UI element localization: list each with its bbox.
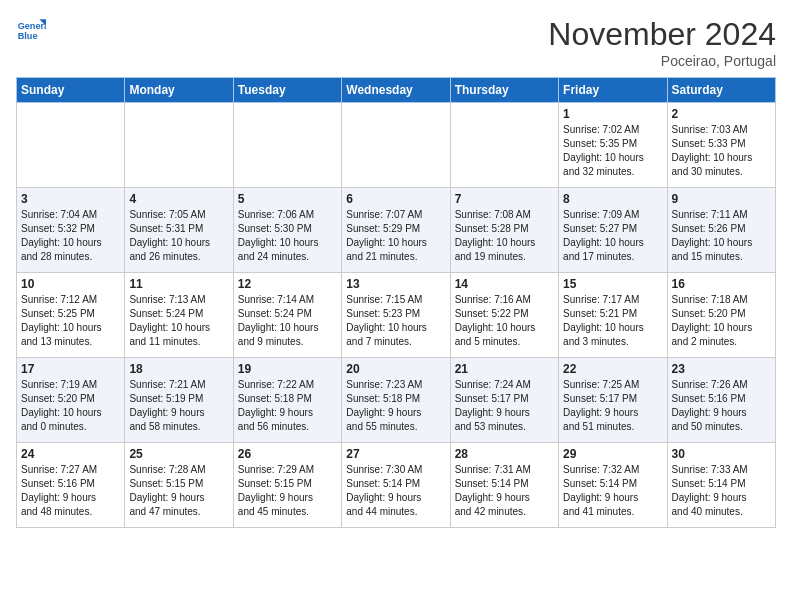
day-number: 2 [672,107,771,121]
day-number: 27 [346,447,445,461]
calendar-cell: 25Sunrise: 7:28 AM Sunset: 5:15 PM Dayli… [125,443,233,528]
calendar-cell: 26Sunrise: 7:29 AM Sunset: 5:15 PM Dayli… [233,443,341,528]
svg-text:General: General [18,21,46,31]
day-info: Sunrise: 7:30 AM Sunset: 5:14 PM Dayligh… [346,463,445,519]
calendar-cell [17,103,125,188]
day-info: Sunrise: 7:11 AM Sunset: 5:26 PM Dayligh… [672,208,771,264]
calendar-cell: 9Sunrise: 7:11 AM Sunset: 5:26 PM Daylig… [667,188,775,273]
calendar-cell: 10Sunrise: 7:12 AM Sunset: 5:25 PM Dayli… [17,273,125,358]
day-number: 21 [455,362,554,376]
calendar-cell: 23Sunrise: 7:26 AM Sunset: 5:16 PM Dayli… [667,358,775,443]
day-info: Sunrise: 7:12 AM Sunset: 5:25 PM Dayligh… [21,293,120,349]
day-number: 13 [346,277,445,291]
day-number: 24 [21,447,120,461]
calendar-cell [233,103,341,188]
calendar-cell: 3Sunrise: 7:04 AM Sunset: 5:32 PM Daylig… [17,188,125,273]
calendar-cell: 6Sunrise: 7:07 AM Sunset: 5:29 PM Daylig… [342,188,450,273]
day-info: Sunrise: 7:07 AM Sunset: 5:29 PM Dayligh… [346,208,445,264]
day-info: Sunrise: 7:19 AM Sunset: 5:20 PM Dayligh… [21,378,120,434]
calendar-cell: 19Sunrise: 7:22 AM Sunset: 5:18 PM Dayli… [233,358,341,443]
calendar-header-row: SundayMondayTuesdayWednesdayThursdayFrid… [17,78,776,103]
day-info: Sunrise: 7:32 AM Sunset: 5:14 PM Dayligh… [563,463,662,519]
day-number: 6 [346,192,445,206]
day-number: 23 [672,362,771,376]
day-number: 15 [563,277,662,291]
day-info: Sunrise: 7:22 AM Sunset: 5:18 PM Dayligh… [238,378,337,434]
location-subtitle: Poceirao, Portugal [548,53,776,69]
day-number: 25 [129,447,228,461]
day-number: 1 [563,107,662,121]
day-header-tuesday: Tuesday [233,78,341,103]
calendar-cell: 7Sunrise: 7:08 AM Sunset: 5:28 PM Daylig… [450,188,558,273]
calendar-cell: 22Sunrise: 7:25 AM Sunset: 5:17 PM Dayli… [559,358,667,443]
logo-icon: General Blue [16,16,46,46]
calendar-cell [342,103,450,188]
day-info: Sunrise: 7:33 AM Sunset: 5:14 PM Dayligh… [672,463,771,519]
day-header-sunday: Sunday [17,78,125,103]
calendar-week-3: 10Sunrise: 7:12 AM Sunset: 5:25 PM Dayli… [17,273,776,358]
day-number: 18 [129,362,228,376]
calendar-cell: 28Sunrise: 7:31 AM Sunset: 5:14 PM Dayli… [450,443,558,528]
day-info: Sunrise: 7:09 AM Sunset: 5:27 PM Dayligh… [563,208,662,264]
day-number: 10 [21,277,120,291]
day-info: Sunrise: 7:06 AM Sunset: 5:30 PM Dayligh… [238,208,337,264]
calendar-week-1: 1Sunrise: 7:02 AM Sunset: 5:35 PM Daylig… [17,103,776,188]
calendar-cell: 27Sunrise: 7:30 AM Sunset: 5:14 PM Dayli… [342,443,450,528]
svg-text:Blue: Blue [18,31,38,41]
day-header-saturday: Saturday [667,78,775,103]
day-info: Sunrise: 7:28 AM Sunset: 5:15 PM Dayligh… [129,463,228,519]
calendar-cell: 21Sunrise: 7:24 AM Sunset: 5:17 PM Dayli… [450,358,558,443]
calendar-cell: 5Sunrise: 7:06 AM Sunset: 5:30 PM Daylig… [233,188,341,273]
day-info: Sunrise: 7:21 AM Sunset: 5:19 PM Dayligh… [129,378,228,434]
day-info: Sunrise: 7:18 AM Sunset: 5:20 PM Dayligh… [672,293,771,349]
day-header-thursday: Thursday [450,78,558,103]
day-number: 28 [455,447,554,461]
calendar-cell: 24Sunrise: 7:27 AM Sunset: 5:16 PM Dayli… [17,443,125,528]
calendar-cell: 12Sunrise: 7:14 AM Sunset: 5:24 PM Dayli… [233,273,341,358]
day-number: 17 [21,362,120,376]
calendar-cell: 4Sunrise: 7:05 AM Sunset: 5:31 PM Daylig… [125,188,233,273]
day-number: 14 [455,277,554,291]
calendar-cell: 13Sunrise: 7:15 AM Sunset: 5:23 PM Dayli… [342,273,450,358]
calendar-cell: 20Sunrise: 7:23 AM Sunset: 5:18 PM Dayli… [342,358,450,443]
day-number: 7 [455,192,554,206]
day-number: 22 [563,362,662,376]
day-number: 11 [129,277,228,291]
day-header-monday: Monday [125,78,233,103]
day-info: Sunrise: 7:24 AM Sunset: 5:17 PM Dayligh… [455,378,554,434]
day-number: 29 [563,447,662,461]
month-title: November 2024 [548,16,776,53]
day-number: 4 [129,192,228,206]
day-info: Sunrise: 7:03 AM Sunset: 5:33 PM Dayligh… [672,123,771,179]
day-info: Sunrise: 7:26 AM Sunset: 5:16 PM Dayligh… [672,378,771,434]
calendar-table: SundayMondayTuesdayWednesdayThursdayFrid… [16,77,776,528]
calendar-cell: 17Sunrise: 7:19 AM Sunset: 5:20 PM Dayli… [17,358,125,443]
calendar-cell: 1Sunrise: 7:02 AM Sunset: 5:35 PM Daylig… [559,103,667,188]
day-number: 20 [346,362,445,376]
day-info: Sunrise: 7:13 AM Sunset: 5:24 PM Dayligh… [129,293,228,349]
calendar-cell: 29Sunrise: 7:32 AM Sunset: 5:14 PM Dayli… [559,443,667,528]
calendar-cell: 15Sunrise: 7:17 AM Sunset: 5:21 PM Dayli… [559,273,667,358]
day-number: 8 [563,192,662,206]
calendar-cell: 11Sunrise: 7:13 AM Sunset: 5:24 PM Dayli… [125,273,233,358]
calendar-cell: 16Sunrise: 7:18 AM Sunset: 5:20 PM Dayli… [667,273,775,358]
calendar-cell [450,103,558,188]
day-number: 12 [238,277,337,291]
day-number: 26 [238,447,337,461]
logo: General Blue [16,16,46,46]
calendar-cell [125,103,233,188]
calendar-body: 1Sunrise: 7:02 AM Sunset: 5:35 PM Daylig… [17,103,776,528]
day-info: Sunrise: 7:05 AM Sunset: 5:31 PM Dayligh… [129,208,228,264]
day-number: 9 [672,192,771,206]
day-info: Sunrise: 7:31 AM Sunset: 5:14 PM Dayligh… [455,463,554,519]
day-info: Sunrise: 7:27 AM Sunset: 5:16 PM Dayligh… [21,463,120,519]
day-info: Sunrise: 7:16 AM Sunset: 5:22 PM Dayligh… [455,293,554,349]
day-number: 19 [238,362,337,376]
calendar-cell: 18Sunrise: 7:21 AM Sunset: 5:19 PM Dayli… [125,358,233,443]
day-number: 16 [672,277,771,291]
day-header-wednesday: Wednesday [342,78,450,103]
day-info: Sunrise: 7:04 AM Sunset: 5:32 PM Dayligh… [21,208,120,264]
day-header-friday: Friday [559,78,667,103]
calendar-week-5: 24Sunrise: 7:27 AM Sunset: 5:16 PM Dayli… [17,443,776,528]
page-header: General Blue November 2024 Poceirao, Por… [16,16,776,69]
